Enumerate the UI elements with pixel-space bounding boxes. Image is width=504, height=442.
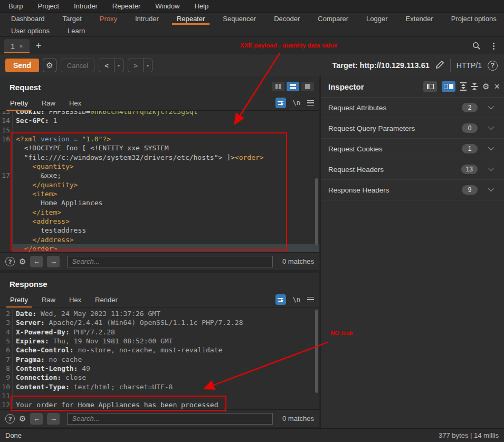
search-prev-icon[interactable]: ← (30, 256, 43, 267)
tab-intruder[interactable]: Intruder (126, 13, 168, 25)
tab-user-options[interactable]: User options (2, 25, 59, 37)
tab-close-icon[interactable]: × (20, 43, 23, 50)
forward-arrow-icon[interactable]: > (128, 59, 143, 72)
repeater-tabstrip: 1 × + (0, 37, 504, 54)
inspector-dock-right-icon[interactable] (442, 81, 455, 92)
inspector-close-icon[interactable]: × (494, 82, 500, 91)
view-tab-raw[interactable]: Raw (35, 293, 62, 307)
chevron-down-icon[interactable] (488, 103, 494, 109)
code-line: 12Your order for Home Appliances has bee… (0, 400, 319, 409)
response-editor[interactable]: 2Date: Wed, 24 May 2023 11:37:26 GMT3Ser… (0, 308, 319, 410)
layout-columns-icon[interactable] (272, 82, 284, 91)
menu-intruder[interactable]: Intruder (66, 0, 105, 13)
back-arrow-icon[interactable]: < (99, 59, 114, 72)
request-search-bar: ? ⚙ ← → 0 matches (0, 252, 319, 270)
tab-proxy[interactable]: Proxy (91, 13, 126, 25)
code-text: Home Appliances (12, 198, 319, 207)
search-prev-icon[interactable]: ← (30, 413, 43, 425)
tab-target[interactable]: Target (54, 13, 91, 25)
search-settings-gear-icon[interactable]: ⚙ (19, 414, 26, 424)
tab-comparer[interactable]: Comparer (309, 13, 357, 25)
send-settings-gear-icon[interactable]: ⚙ (43, 59, 56, 72)
collapse-all-icon[interactable] (471, 83, 478, 90)
view-tab-hex[interactable]: Hex (62, 293, 88, 307)
menu-help[interactable]: Help (187, 0, 216, 13)
show-newlines-icon[interactable]: \n (293, 296, 300, 303)
view-tab-pretty[interactable]: Pretty (3, 97, 35, 110)
response-scrollbar-thumb[interactable] (315, 310, 318, 393)
view-tab-render[interactable]: Render (88, 293, 125, 307)
tab-decoder[interactable]: Decoder (265, 13, 309, 25)
inspector-settings-gear-icon[interactable]: ⚙ (482, 81, 489, 92)
request-code: 13Cookie: PHPSESSID=0nk6cch4tu7rqn2kjcr2… (0, 111, 319, 252)
tab-learn[interactable]: Learn (59, 25, 94, 37)
menu-repeater[interactable]: Repeater (105, 0, 148, 13)
menu-burp[interactable]: Burp (1, 0, 30, 13)
editor-menu-icon[interactable] (307, 100, 314, 106)
back-dropdown-caret-icon[interactable]: ▾ (114, 59, 123, 72)
history-forward-button[interactable]: > ▾ (128, 59, 153, 72)
show-newlines-icon[interactable]: \n (293, 99, 300, 107)
search-next-icon[interactable]: → (47, 413, 60, 425)
cancel-button[interactable]: Cancel (61, 59, 94, 72)
inspector-dock-left-icon[interactable] (423, 81, 437, 92)
chevron-down-icon[interactable] (488, 124, 494, 130)
forward-dropdown-caret-icon[interactable]: ▾ (143, 59, 152, 72)
code-line: 9Connection: close (0, 373, 319, 382)
tab-project-options[interactable]: Project options (442, 13, 504, 25)
tab-repeater[interactable]: Repeater (168, 13, 214, 25)
tab-extender[interactable]: Extender (397, 13, 442, 25)
inspector-header-icons: ⚙ × (423, 81, 500, 92)
line-number (0, 189, 12, 198)
search-help-icon[interactable]: ? (5, 257, 15, 266)
inspector-section-response-headers[interactable]: Response Headers9 (321, 180, 504, 200)
help-icon[interactable]: ? (488, 61, 498, 71)
http-version-selector[interactable]: HTTP/1 (457, 61, 482, 70)
layout-rows-icon[interactable] (287, 82, 299, 91)
chevron-down-icon[interactable] (488, 186, 494, 191)
code-line: 16<?xml version = "1.0"?> (0, 134, 319, 143)
menu-window[interactable]: Window (148, 0, 187, 13)
request-editor[interactable]: 13Cookie: PHPSESSID=0nk6cch4tu7rqn2kjcr2… (0, 111, 319, 252)
send-button[interactable]: Send (5, 59, 39, 72)
history-back-button[interactable]: < ▾ (99, 59, 123, 72)
tab-dashboard[interactable]: Dashboard (2, 13, 54, 25)
search-help-icon[interactable]: ? (5, 414, 15, 424)
line-number: 4 (0, 328, 12, 337)
menu-project[interactable]: Project (30, 0, 66, 13)
search-next-icon[interactable]: → (47, 256, 60, 267)
tab-sequencer[interactable]: Sequencer (214, 13, 265, 25)
view-tab-pretty[interactable]: Pretty (3, 293, 35, 307)
chevron-down-icon[interactable] (488, 145, 494, 150)
inspector-section-request-attributes[interactable]: Request Attributes2 (321, 98, 504, 118)
word-wrap-icon[interactable] (275, 98, 286, 108)
edit-target-pencil-icon[interactable] (435, 60, 444, 71)
response-match-count: 0 matches (282, 415, 314, 422)
repeater-tab-1[interactable]: 1 × (4, 39, 30, 53)
inspector-section-request-query-parameters[interactable]: Request Query Parameters0 (321, 118, 504, 139)
add-tab-button[interactable]: + (33, 39, 44, 53)
chevron-down-icon[interactable] (488, 165, 494, 171)
repeater-toolbar: Send ⚙ Cancel < ▾ > ▾ Target: http://10.… (0, 54, 504, 76)
inspector-section-request-headers[interactable]: Request Headers13 (321, 159, 504, 180)
inspector-section-request-cookies[interactable]: Request Cookies1 (321, 139, 504, 159)
line-number: 15 (0, 126, 12, 134)
count-badge: 2 (462, 103, 478, 112)
request-scrollbar-thumb[interactable] (315, 178, 318, 245)
line-number: 12 (0, 400, 12, 409)
search-icon[interactable] (471, 41, 482, 51)
tab-logger[interactable]: Logger (357, 13, 396, 25)
line-number (0, 198, 12, 207)
code-text: <!DOCTYPE foo [ <!ENTITY xxe SYSTEM (12, 143, 319, 152)
view-tab-hex[interactable]: Hex (62, 97, 88, 110)
code-text: </address> (12, 235, 319, 244)
view-tab-raw[interactable]: Raw (35, 97, 62, 110)
layout-single-icon[interactable] (301, 82, 314, 91)
expand-all-icon[interactable] (460, 82, 467, 91)
editor-menu-icon[interactable] (307, 297, 314, 303)
word-wrap-icon[interactable] (275, 294, 286, 305)
search-settings-gear-icon[interactable]: ⚙ (19, 257, 26, 266)
kebab-menu-icon[interactable] (489, 41, 498, 51)
request-search-input[interactable] (67, 256, 273, 267)
response-search-input[interactable] (67, 413, 273, 425)
